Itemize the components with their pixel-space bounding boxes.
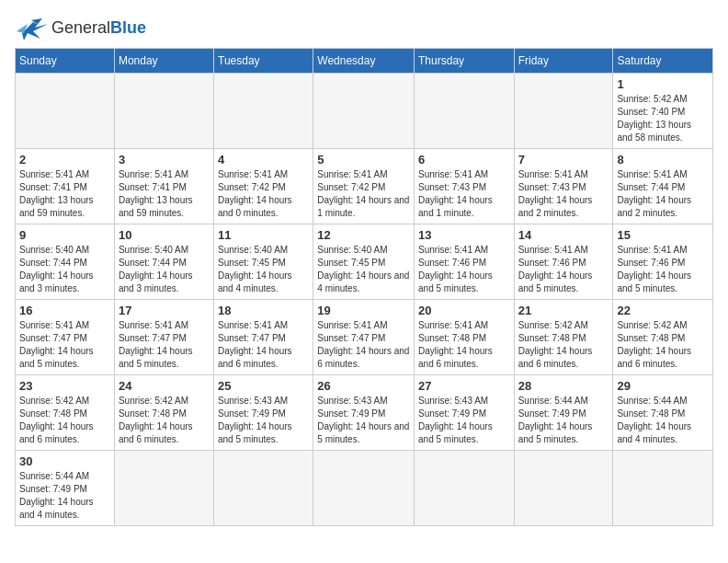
calendar-day-cell: 21Sunrise: 5:42 AM Sunset: 7:48 PM Dayli… <box>514 300 613 375</box>
calendar-day-cell <box>415 74 515 149</box>
day-number: 21 <box>518 304 609 317</box>
day-number: 14 <box>518 228 609 242</box>
calendar-day-cell: 9Sunrise: 5:40 AM Sunset: 7:44 PM Daylig… <box>16 224 115 300</box>
calendar-day-cell <box>214 74 313 149</box>
day-info: Sunrise: 5:41 AM Sunset: 7:41 PM Dayligh… <box>19 168 110 220</box>
calendar-week-row: 16Sunrise: 5:41 AM Sunset: 7:47 PM Dayli… <box>16 300 713 375</box>
day-info: Sunrise: 5:44 AM Sunset: 7:49 PM Dayligh… <box>518 395 609 446</box>
day-info: Sunrise: 5:41 AM Sunset: 7:48 PM Dayligh… <box>418 319 510 371</box>
logo-bird-icon <box>15 15 48 40</box>
day-info: Sunrise: 5:40 AM Sunset: 7:45 PM Dayligh… <box>218 244 309 295</box>
calendar-day-cell <box>114 451 213 526</box>
calendar-week-row: 23Sunrise: 5:42 AM Sunset: 7:48 PM Dayli… <box>16 375 713 451</box>
day-info: Sunrise: 5:41 AM Sunset: 7:43 PM Dayligh… <box>418 168 510 220</box>
day-info: Sunrise: 5:41 AM Sunset: 7:42 PM Dayligh… <box>218 168 309 220</box>
calendar-day-cell: 12Sunrise: 5:40 AM Sunset: 7:45 PM Dayli… <box>313 224 415 300</box>
calendar-table: SundayMondayTuesdayWednesdayThursdayFrid… <box>15 48 713 526</box>
page-header: GeneralBlue <box>15 15 713 40</box>
day-number: 4 <box>218 153 309 167</box>
weekday-header-wednesday: Wednesday <box>313 49 415 74</box>
day-number: 16 <box>19 304 110 317</box>
day-info: Sunrise: 5:41 AM Sunset: 7:46 PM Dayligh… <box>418 244 510 295</box>
day-info: Sunrise: 5:43 AM Sunset: 7:49 PM Dayligh… <box>218 395 309 446</box>
logo-text: GeneralBlue <box>51 18 146 38</box>
day-info: Sunrise: 5:43 AM Sunset: 7:49 PM Dayligh… <box>418 395 510 446</box>
calendar-day-cell <box>514 74 613 149</box>
calendar-day-cell: 2Sunrise: 5:41 AM Sunset: 7:41 PM Daylig… <box>16 149 115 224</box>
day-info: Sunrise: 5:41 AM Sunset: 7:42 PM Dayligh… <box>317 168 410 220</box>
weekday-header-tuesday: Tuesday <box>214 49 313 74</box>
logo: GeneralBlue <box>15 15 146 40</box>
calendar-day-cell: 6Sunrise: 5:41 AM Sunset: 7:43 PM Daylig… <box>415 149 515 224</box>
day-number: 24 <box>119 379 210 393</box>
day-info: Sunrise: 5:42 AM Sunset: 7:48 PM Dayligh… <box>518 319 609 371</box>
calendar-day-cell: 11Sunrise: 5:40 AM Sunset: 7:45 PM Dayli… <box>214 224 313 300</box>
calendar-day-cell: 20Sunrise: 5:41 AM Sunset: 7:48 PM Dayli… <box>415 300 515 375</box>
calendar-day-cell: 15Sunrise: 5:41 AM Sunset: 7:46 PM Dayli… <box>613 224 713 300</box>
day-info: Sunrise: 5:41 AM Sunset: 7:47 PM Dayligh… <box>218 319 309 371</box>
day-info: Sunrise: 5:43 AM Sunset: 7:49 PM Dayligh… <box>317 395 410 446</box>
calendar-day-cell: 28Sunrise: 5:44 AM Sunset: 7:49 PM Dayli… <box>514 375 613 451</box>
day-info: Sunrise: 5:42 AM Sunset: 7:48 PM Dayligh… <box>19 395 110 446</box>
calendar-day-cell: 1Sunrise: 5:42 AM Sunset: 7:40 PM Daylig… <box>613 74 713 149</box>
calendar-week-row: 9Sunrise: 5:40 AM Sunset: 7:44 PM Daylig… <box>16 224 713 300</box>
weekday-header-thursday: Thursday <box>415 49 515 74</box>
calendar-day-cell: 8Sunrise: 5:41 AM Sunset: 7:44 PM Daylig… <box>613 149 713 224</box>
day-info: Sunrise: 5:42 AM Sunset: 7:48 PM Dayligh… <box>119 395 210 446</box>
day-number: 27 <box>418 379 510 393</box>
day-number: 22 <box>617 304 709 317</box>
day-number: 3 <box>119 153 210 167</box>
day-number: 12 <box>317 228 410 242</box>
day-info: Sunrise: 5:42 AM Sunset: 7:40 PM Dayligh… <box>617 93 709 144</box>
day-number: 26 <box>317 379 410 393</box>
svg-marker-0 <box>22 18 48 40</box>
calendar-day-cell: 29Sunrise: 5:44 AM Sunset: 7:48 PM Dayli… <box>613 375 713 451</box>
day-info: Sunrise: 5:40 AM Sunset: 7:44 PM Dayligh… <box>19 244 110 295</box>
day-number: 7 <box>518 153 609 167</box>
day-info: Sunrise: 5:41 AM Sunset: 7:47 PM Dayligh… <box>19 319 110 371</box>
day-info: Sunrise: 5:41 AM Sunset: 7:43 PM Dayligh… <box>518 168 609 220</box>
calendar-day-cell <box>214 451 313 526</box>
calendar-day-cell: 3Sunrise: 5:41 AM Sunset: 7:41 PM Daylig… <box>114 149 213 224</box>
calendar-day-cell <box>415 451 515 526</box>
calendar-day-cell <box>514 451 613 526</box>
calendar-day-cell <box>613 451 713 526</box>
day-number: 6 <box>418 153 510 167</box>
calendar-day-cell: 16Sunrise: 5:41 AM Sunset: 7:47 PM Dayli… <box>16 300 115 375</box>
calendar-day-cell: 18Sunrise: 5:41 AM Sunset: 7:47 PM Dayli… <box>214 300 313 375</box>
day-info: Sunrise: 5:41 AM Sunset: 7:44 PM Dayligh… <box>617 168 709 220</box>
weekday-header-monday: Monday <box>114 49 213 74</box>
calendar-day-cell: 4Sunrise: 5:41 AM Sunset: 7:42 PM Daylig… <box>214 149 313 224</box>
day-number: 29 <box>617 379 709 393</box>
day-number: 8 <box>617 153 709 167</box>
day-info: Sunrise: 5:41 AM Sunset: 7:46 PM Dayligh… <box>617 244 709 295</box>
day-number: 2 <box>19 153 110 167</box>
day-number: 11 <box>218 228 309 242</box>
calendar-day-cell: 10Sunrise: 5:40 AM Sunset: 7:44 PM Dayli… <box>114 224 213 300</box>
day-info: Sunrise: 5:41 AM Sunset: 7:47 PM Dayligh… <box>317 319 410 371</box>
day-number: 13 <box>418 228 510 242</box>
weekday-header-sunday: Sunday <box>16 49 115 74</box>
day-number: 18 <box>218 304 309 317</box>
calendar-day-cell: 24Sunrise: 5:42 AM Sunset: 7:48 PM Dayli… <box>114 375 213 451</box>
calendar-week-row: 30Sunrise: 5:44 AM Sunset: 7:49 PM Dayli… <box>16 451 713 526</box>
day-info: Sunrise: 5:40 AM Sunset: 7:44 PM Dayligh… <box>119 244 210 295</box>
calendar-day-cell: 7Sunrise: 5:41 AM Sunset: 7:43 PM Daylig… <box>514 149 613 224</box>
day-number: 1 <box>617 77 709 91</box>
day-number: 19 <box>317 304 410 317</box>
day-number: 20 <box>418 304 510 317</box>
calendar-week-row: 1Sunrise: 5:42 AM Sunset: 7:40 PM Daylig… <box>16 74 713 149</box>
day-number: 28 <box>518 379 609 393</box>
calendar-day-cell <box>114 74 213 149</box>
calendar-day-cell: 14Sunrise: 5:41 AM Sunset: 7:46 PM Dayli… <box>514 224 613 300</box>
day-number: 9 <box>19 228 110 242</box>
weekday-header-friday: Friday <box>514 49 613 74</box>
day-info: Sunrise: 5:42 AM Sunset: 7:48 PM Dayligh… <box>617 319 709 371</box>
day-number: 30 <box>19 454 110 468</box>
day-number: 17 <box>119 304 210 317</box>
weekday-header-row: SundayMondayTuesdayWednesdayThursdayFrid… <box>16 49 713 74</box>
weekday-header-saturday: Saturday <box>613 49 713 74</box>
day-number: 10 <box>119 228 210 242</box>
day-number: 5 <box>317 153 410 167</box>
calendar-day-cell: 25Sunrise: 5:43 AM Sunset: 7:49 PM Dayli… <box>214 375 313 451</box>
